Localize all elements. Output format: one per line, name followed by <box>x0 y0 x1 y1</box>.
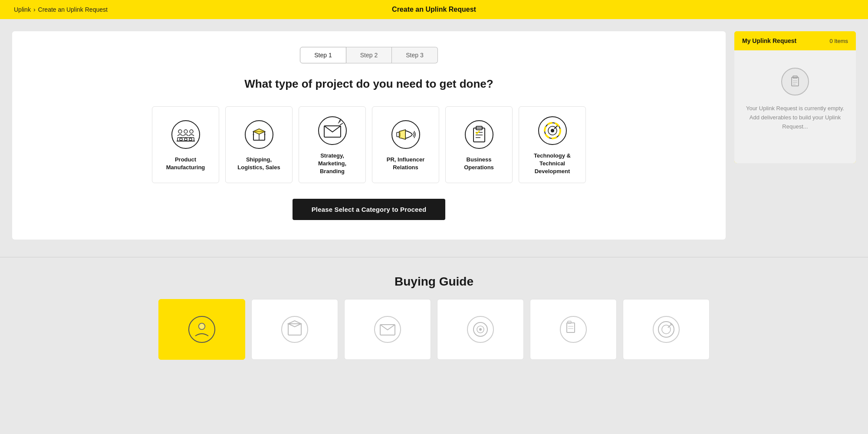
svg-point-25 <box>465 121 493 148</box>
category-label-product-manufacturing: ProductManufacturing <box>166 156 205 171</box>
svg-rect-55 <box>567 323 575 332</box>
clipboard-empty-icon <box>781 68 809 95</box>
header: Uplink › Create an Uplink Request Create… <box>0 0 868 19</box>
page-title: Create an Uplink Request <box>392 6 476 13</box>
sidebar-header: My Uplink Request 0 Items <box>734 31 856 50</box>
category-technology-technical-development[interactable]: Technology &TechnicalDevelopment <box>519 106 586 183</box>
category-label-shipping: Shipping,Logistics, Sales <box>237 156 280 171</box>
tab-step2[interactable]: Step 2 <box>346 47 392 63</box>
buying-guide-card-4[interactable] <box>437 299 524 360</box>
svg-point-34 <box>551 129 554 132</box>
buying-guide-icon-1 <box>187 314 217 345</box>
category-business-operations[interactable]: BusinessOperations <box>445 106 513 183</box>
sidebar: My Uplink Request 0 Items Your Uplink Re… <box>734 31 856 163</box>
svg-rect-46 <box>288 324 301 335</box>
pr-influencer-relations-icon <box>391 119 421 150</box>
buying-guide-icon-6 <box>651 314 681 345</box>
category-label-business-operations: BusinessOperations <box>464 156 494 171</box>
svg-point-59 <box>653 316 679 342</box>
buying-guide-icon-2 <box>279 314 310 345</box>
buying-guide-card-2[interactable] <box>251 299 338 360</box>
svg-point-3 <box>180 138 182 141</box>
sidebar-items-count: 0 Items <box>829 38 848 44</box>
category-label-pr: PR, InfluencerRelations <box>387 156 424 171</box>
main-layout: Step 1 Step 2 Step 3 What type of projec… <box>0 19 868 240</box>
svg-point-15 <box>264 134 265 135</box>
category-label-technology: Technology &TechnicalDevelopment <box>534 152 571 176</box>
svg-point-16 <box>319 117 346 145</box>
business-operations-icon <box>464 119 494 150</box>
question-title: What type of project do you need to get … <box>30 77 708 91</box>
svg-point-53 <box>479 328 482 331</box>
steps-row: Step 1 Step 2 Step 3 <box>30 47 708 63</box>
svg-rect-37 <box>792 77 799 86</box>
sidebar-card: My Uplink Request 0 Items Your Uplink Re… <box>734 31 856 163</box>
category-strategy-marketing-branding[interactable]: Strategy,Marketing,Branding <box>299 106 366 183</box>
svg-rect-56 <box>568 321 571 323</box>
buying-guide-card-5[interactable] <box>530 299 617 360</box>
svg-point-14 <box>253 134 254 135</box>
svg-point-6 <box>178 130 182 133</box>
tab-step3[interactable]: Step 3 <box>392 47 437 63</box>
svg-point-4 <box>184 138 187 141</box>
proceed-button[interactable]: Please Select a Category to Proceed <box>293 199 446 220</box>
breadcrumb-current: Create an Uplink Request <box>38 6 108 13</box>
category-label-strategy: Strategy,Marketing,Branding <box>318 152 346 176</box>
category-product-manufacturing[interactable]: ProductManufacturing <box>152 106 219 183</box>
svg-point-44 <box>199 323 205 329</box>
sidebar-title: My Uplink Request <box>742 37 796 44</box>
buying-guide-title: Buying Guide <box>12 275 856 289</box>
categories-row: ProductManufacturing <box>30 106 708 183</box>
category-shipping-logistics-sales[interactable]: Shipping,Logistics, Sales <box>225 106 293 183</box>
svg-point-7 <box>184 130 187 133</box>
svg-marker-13 <box>253 129 265 134</box>
buying-guide-card-3[interactable] <box>344 299 431 360</box>
sidebar-body: Your Uplink Request is currently empty. … <box>734 50 856 163</box>
svg-line-19 <box>340 123 343 125</box>
svg-point-5 <box>189 138 192 141</box>
buying-guide-icon-4 <box>465 314 496 345</box>
buying-guide-card-6[interactable] <box>623 299 710 360</box>
tab-step1[interactable]: Step 1 <box>300 47 346 63</box>
buying-guide-icon-3 <box>372 314 403 345</box>
buying-guide-card-1[interactable] <box>158 299 245 360</box>
main-card: Step 1 Step 2 Step 3 What type of projec… <box>12 31 726 240</box>
strategy-marketing-branding-icon <box>317 115 348 146</box>
breadcrumb: Uplink › Create an Uplink Request <box>14 6 108 13</box>
proceed-row: Please Select a Category to Proceed <box>30 199 708 220</box>
technology-technical-development-icon <box>537 115 568 146</box>
category-pr-influencer-relations[interactable]: PR, InfluencerRelations <box>372 106 439 183</box>
svg-point-8 <box>190 130 193 133</box>
shipping-logistics-sales-icon <box>244 119 274 150</box>
breadcrumb-home-link[interactable]: Uplink <box>14 6 31 13</box>
sidebar-empty-text: Your Uplink Request is currently empty. … <box>743 104 847 131</box>
svg-point-54 <box>560 316 586 342</box>
buying-guide-section: Buying Guide <box>0 257 868 372</box>
buying-guide-cards <box>12 299 856 360</box>
breadcrumb-separator: › <box>33 6 36 13</box>
product-manufacturing-icon <box>171 119 201 150</box>
buying-guide-icon-5 <box>558 314 589 345</box>
